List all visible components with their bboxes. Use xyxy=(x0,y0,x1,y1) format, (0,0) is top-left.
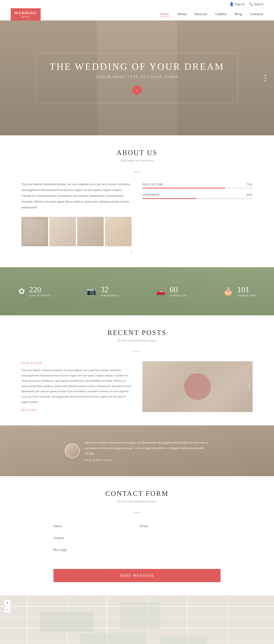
search-icon: 🔍 xyxy=(249,2,253,6)
contact-divider xyxy=(134,512,140,513)
skill-2-bar xyxy=(142,198,252,199)
skill-2-value: 49% xyxy=(246,193,252,196)
hero-title: THE WEDDING OF YOUR DREAM xyxy=(50,61,224,72)
map-zoom-in[interactable]: + xyxy=(4,600,11,606)
logo[interactable]: WEDDING agency xyxy=(11,8,41,20)
nav-home[interactable]: Home xyxy=(160,12,169,17)
skill-1-label: DUIS AUTEM 75% xyxy=(142,183,252,186)
map-background: + − xyxy=(0,596,274,644)
cakes-label: wedding cakes xyxy=(237,294,256,297)
skills-section: DUIS AUTEM 75% LOREMIOP 49% xyxy=(142,181,252,204)
about-subtitle: Duis autem vel eum iriure xyxy=(22,159,252,162)
search-link[interactable]: 🔍 Search xyxy=(249,2,263,6)
nav-about[interactable]: About xyxy=(177,12,186,17)
testimonial-author: Rosa & Max Smith xyxy=(85,458,209,462)
send-button[interactable]: SEND MESSAGE xyxy=(54,569,220,582)
posts-subtitle: Ut wisi enim ad minim veniam. xyxy=(22,339,252,342)
posts-title: RECENT POSTS xyxy=(22,329,252,336)
recent-posts-section: RECENT POSTS Ut wisi enim ad minim venia… xyxy=(0,315,274,426)
post-date: May 12, 2015 xyxy=(22,408,132,412)
contact-form: SEND MESSAGE xyxy=(54,522,220,582)
about-title: ABOUT US xyxy=(22,149,252,156)
skill-1-bar xyxy=(142,188,252,188)
post-nav-dot-2 xyxy=(248,387,250,388)
signin-label: Sign In xyxy=(234,2,245,6)
top-bar: 👤 Sign In 🔍 Search xyxy=(0,0,274,8)
post-image xyxy=(142,361,252,412)
about-body: Typi non habent claritatem insitam; est … xyxy=(22,181,132,210)
subject-input[interactable] xyxy=(54,534,220,542)
skill-2-name: LOREMIOP xyxy=(142,193,160,196)
cars-number: 60 xyxy=(170,286,187,294)
map-zoom-out[interactable]: − xyxy=(4,606,11,613)
about-gallery xyxy=(22,217,132,246)
gallery-thumb-3 xyxy=(77,217,104,246)
post-grid: DUIS AUTEM Typi non habent claritatem in… xyxy=(22,361,252,412)
testimonial-quote: Auctor in hendrerit in areste consequat,… xyxy=(85,440,209,456)
post-category: DUIS AUTEM xyxy=(22,361,132,365)
nav-gallery[interactable]: Gallery xyxy=(215,12,227,17)
stat-photographers: 📷 32 photographers xyxy=(68,280,137,302)
testimonial-text: Auctor in hendrerit in areste consequat,… xyxy=(85,440,209,462)
contact-subtitle: Ut wisi enim ad minim veniam. xyxy=(54,500,220,503)
search-label: Search xyxy=(254,2,263,6)
hero-dot-2 xyxy=(265,77,266,78)
email-input[interactable] xyxy=(140,522,220,530)
cakes-number: 101 xyxy=(237,286,256,294)
nav-contacts[interactable]: Contacts xyxy=(250,12,263,17)
map-block-1 xyxy=(40,612,94,632)
nav-services[interactable]: Services xyxy=(194,12,207,17)
logo-bottom: agency xyxy=(14,15,37,18)
post-body: Typi non habent claritatem insitam; est … xyxy=(22,368,132,404)
cake-icon: 🎂 xyxy=(223,286,233,296)
hero-dots xyxy=(265,74,266,81)
stat-cars: 🚗 60 wedding cars xyxy=(137,280,206,302)
post-content: DUIS AUTEM Typi non habent claritatem in… xyxy=(22,361,132,412)
map-block-4 xyxy=(160,636,207,644)
posts-divider xyxy=(134,352,140,352)
stats-section: ✿ 220 types of flowers 📷 32 photographer… xyxy=(0,267,274,315)
skill-2-label: LOREMIOP 49% xyxy=(142,193,252,196)
gallery-arrow[interactable]: › xyxy=(22,249,132,254)
car-icon: 🚗 xyxy=(156,286,166,296)
map-overlay xyxy=(0,596,274,644)
camera-icon: 📷 xyxy=(86,286,96,296)
gallery-thumb-1 xyxy=(22,217,48,246)
hero-cta-button[interactable]: › xyxy=(132,86,142,95)
hero-dot-3 xyxy=(265,80,266,81)
skill-1-value: 75% xyxy=(246,183,252,186)
testimonial-inner: Auctor in hendrerit in areste consequat,… xyxy=(44,440,230,462)
stat-flowers: ✿ 220 types of flowers xyxy=(0,280,68,302)
map-controls: + − xyxy=(4,600,11,613)
map-block-2 xyxy=(120,602,160,629)
cars-label: wedding cars xyxy=(170,294,187,297)
testimonial-section: Auctor in hendrerit in areste consequat,… xyxy=(0,426,274,476)
main-nav: Home About Services Gallery Blog Contact… xyxy=(160,12,263,17)
hero-content: THE WEDDING OF YOUR DREAM EODEM MODO TYP… xyxy=(36,53,238,103)
photographers-label: photographers xyxy=(100,294,119,297)
flowers-label: types of flowers xyxy=(29,294,50,297)
hero-subtitle: EODEM MODO TYPI, QUI NUNC NOBIS xyxy=(50,75,224,79)
stat-cakes: 🎂 101 wedding cakes xyxy=(206,280,274,302)
skill-1-fill xyxy=(142,188,225,188)
header: WEDDING agency Home About Services Galle… xyxy=(0,8,274,20)
gallery-thumb-4 xyxy=(105,217,132,246)
hero-section: THE WEDDING OF YOUR DREAM EODEM MODO TYP… xyxy=(0,20,274,135)
skill-1-name: DUIS AUTEM xyxy=(142,183,163,186)
post-image-nav xyxy=(248,385,250,388)
photographers-number: 32 xyxy=(100,286,119,294)
testimonial-avatar xyxy=(65,444,80,458)
nav-blog[interactable]: Blog xyxy=(235,12,242,17)
flowers-icon: ✿ xyxy=(18,286,25,296)
form-row-1 xyxy=(54,522,220,534)
contact-title: CONTACT FORM xyxy=(54,490,220,498)
about-grid: Typi non habent claritatem insitam; est … xyxy=(22,181,252,254)
about-section: ABOUT US Duis autem vel eum iriure Typi … xyxy=(0,135,274,267)
message-input[interactable] xyxy=(54,546,220,562)
name-input[interactable] xyxy=(54,522,134,530)
post-nav-dot-1 xyxy=(248,385,250,386)
map-block-3 xyxy=(80,633,147,644)
signin-link[interactable]: 👤 Sign In xyxy=(230,2,245,6)
contact-section: CONTACT FORM Ut wisi enim ad minim venia… xyxy=(0,476,274,596)
flowers-number: 220 xyxy=(29,286,50,294)
